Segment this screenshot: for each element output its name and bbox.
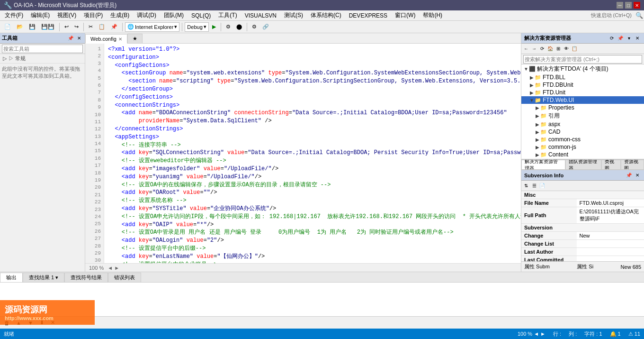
tree-item-properties[interactable]: ▶ 📁 Properties <box>521 104 644 111</box>
se-home-btn[interactable]: 🏠 <box>546 45 554 53</box>
menu-test[interactable]: 测试(S) <box>280 10 307 20</box>
tree-label-solution: 解决方案'FTDOA' (4 个项目) <box>537 65 608 73</box>
se-forward-btn[interactable]: → <box>530 45 538 53</box>
se-close-btn[interactable]: ✕ <box>634 35 641 42</box>
se-show-all-btn[interactable]: 👁 <box>563 45 570 53</box>
tree-item-dbunit[interactable]: ▶ 📁 FTD.DBUnit <box>521 81 644 89</box>
tree-item-refs[interactable]: ▶ 📁 引用 <box>521 111 644 120</box>
se-search-input[interactable] <box>523 55 642 64</box>
menu-edit[interactable]: 编辑(E) <box>27 10 54 20</box>
folder-icon-commonjs: 📁 <box>540 144 547 150</box>
se-dropdown-btn[interactable]: ▾ <box>625 35 633 42</box>
menu-project[interactable]: 项目(P) <box>80 10 107 20</box>
tree-arrow-aspx[interactable]: ▶ <box>535 122 540 127</box>
toolbar-open[interactable]: 📂 <box>14 22 26 32</box>
close-button[interactable]: ✕ <box>634 2 640 9</box>
toolbar-redo[interactable]: ↪ <box>72 22 81 32</box>
toolbar-save[interactable]: 💾 <box>27 22 38 32</box>
tree-item-content[interactable]: ▶ 📁 Content <box>521 151 644 158</box>
browser-selector[interactable]: 🌐 Internet Explorer ▾ <box>125 22 179 32</box>
toolbar-settings[interactable]: ⚙ <box>250 22 259 32</box>
tree-arrow-commoncss[interactable]: ▶ <box>535 137 540 142</box>
minimize-button[interactable]: ─ <box>617 2 623 9</box>
menu-arch[interactable]: 体系结构(C) <box>307 10 345 20</box>
se-tab-solution[interactable]: 解决方案资源管理器 <box>521 160 565 169</box>
tree-arrow-solution[interactable]: ▼ <box>523 66 529 72</box>
toolbar-copy[interactable]: 📋 <box>96 22 107 32</box>
menu-window[interactable]: 窗口(W) <box>391 10 419 20</box>
menu-build[interactable]: 生成(B) <box>107 10 133 20</box>
sv-close-btn[interactable]: ✕ <box>634 172 641 179</box>
tree-arrow-dbunit[interactable]: ▶ <box>529 82 535 88</box>
sv-page-btn[interactable]: 📄 <box>538 182 546 190</box>
sv-sort-btn[interactable]: ⇅ <box>522 182 530 190</box>
menu-team[interactable]: 团队(M) <box>160 10 188 20</box>
bottom-tab-findsymbol[interactable]: 查找符号结果 <box>64 273 108 282</box>
tree-item-solution[interactable]: ▼ ⬛ 解决方案'FTDOA' (4 个项目) <box>521 64 644 73</box>
toolbar-sep2 <box>83 23 84 31</box>
toolbar-run[interactable]: ▶ <box>210 22 218 32</box>
tree-item-unit[interactable]: ▶ 📁 FTD.Unit <box>521 89 644 96</box>
sv-pin-btn[interactable]: 📌 <box>625 172 633 179</box>
tree-arrow-bll[interactable]: ▶ <box>529 75 535 80</box>
tree-arrow-refs[interactable]: ▶ <box>535 113 540 119</box>
se-refresh-btn[interactable]: ⟳ <box>538 45 546 53</box>
toolbar-cut[interactable]: ✂ <box>86 22 95 32</box>
tree-arrow-cad[interactable]: ▶ <box>535 129 540 135</box>
se-back-btn[interactable]: ← <box>522 45 530 53</box>
se-pin-btn[interactable]: 📌 <box>617 35 624 42</box>
tree-arrow-properties[interactable]: ▶ <box>535 105 540 110</box>
tree-item-commoncss[interactable]: ▶ 📁 common-css <box>521 136 644 143</box>
toolbox-search-input[interactable] <box>2 45 83 53</box>
menu-tools[interactable]: 工具(T) <box>215 10 241 20</box>
toolbar-attach[interactable]: ⚙ <box>224 22 233 32</box>
tree-item-bll[interactable]: ▶ 📁 FTD.BLL <box>521 73 644 81</box>
maximize-button[interactable]: □ <box>625 2 632 9</box>
tree-arrow-webui[interactable]: ▼ <box>529 98 535 103</box>
menu-file[interactable]: 文件(F) <box>1 10 27 20</box>
toolbar-sep6 <box>247 23 247 31</box>
toolbox-section-common[interactable]: ▷ ▷ 常规 <box>0 54 85 64</box>
menu-view[interactable]: 视图(V) <box>54 10 80 20</box>
code-content[interactable]: <?xml version="1.0"?> <configuration> <c… <box>104 44 521 263</box>
watermark-line1: 源码资源网 <box>5 304 90 315</box>
menu-debug[interactable]: 调试(D) <box>133 10 160 20</box>
toolbar-breakpoint[interactable]: ⬤ <box>234 22 244 32</box>
debug-selector[interactable]: Debug ▾ <box>185 22 208 32</box>
menu-help[interactable]: 帮助(H) <box>419 10 446 20</box>
tree-arrow-commonjs[interactable]: ▶ <box>535 145 540 150</box>
tree-item-commonjs[interactable]: ▶ 📁 common-js <box>521 143 644 151</box>
se-tab-resource[interactable]: 资源视图 <box>621 160 644 169</box>
menu-devexpress[interactable]: DEVEXPRESS <box>345 11 391 20</box>
toolbar-save-all[interactable]: 💾💾 <box>39 22 57 32</box>
bottom-tab-output[interactable]: 输出 <box>0 273 23 282</box>
tree-item-cad[interactable]: ▶ 📁 CAD <box>521 128 644 136</box>
toolbar-paste[interactable]: 📌 <box>108 22 120 32</box>
toolbox-pin[interactable]: 📌 <box>67 35 74 42</box>
toolbar-ref[interactable]: 🔗 <box>260 22 271 32</box>
tab-webconfig[interactable]: Web.config ✕ <box>85 34 127 44</box>
menu-visualsvn[interactable]: VISUALSVN <box>241 11 280 20</box>
props-val-fullpath: E:\20161111\仿通达OA完整源码\F <box>577 207 644 224</box>
tab-start[interactable]: ★ <box>127 34 143 43</box>
se-properties-btn[interactable]: 📋 <box>571 45 578 53</box>
toolbox-close[interactable]: ✕ <box>75 35 83 42</box>
se-tab-team[interactable]: 团队资源管理器 <box>565 160 601 169</box>
se-filter-btn[interactable]: ⊞ <box>555 45 562 53</box>
tree-item-aspx[interactable]: ▶ 📁 aspx <box>521 120 644 128</box>
bottom-tab-findresults1[interactable]: 查找结果 1 ▾ <box>23 273 64 282</box>
title-bar: 🔧 OA·IOA - Microsoft Visual Studio(管理员) … <box>0 0 644 10</box>
toolbar-new[interactable]: 📄 <box>2 22 13 32</box>
se-sync-btn[interactable]: ⟳ <box>608 35 616 42</box>
menu-sql[interactable]: SQL(Q) <box>188 11 215 20</box>
tree-arrow-unit[interactable]: ▶ <box>529 90 535 95</box>
browser-icon: 🌐 <box>127 24 134 30</box>
toolbar-undo[interactable]: ↩ <box>62 22 71 32</box>
tab-webconfig-close[interactable]: ✕ <box>118 37 122 42</box>
se-tab-class[interactable]: 类视图 <box>601 160 620 169</box>
code-editor[interactable]: 1 2 3 4 5 6 7 8 9 10 11 12 13 14 15 16 1… <box>85 44 521 263</box>
bottom-tab-errors[interactable]: 错误列表 <box>108 273 141 282</box>
sv-group-btn[interactable]: ☰ <box>530 182 538 190</box>
tree-item-webui[interactable]: ▼ 📁 FTD.Web.UI <box>521 96 644 104</box>
tree-arrow-content[interactable]: ▶ <box>535 152 540 157</box>
